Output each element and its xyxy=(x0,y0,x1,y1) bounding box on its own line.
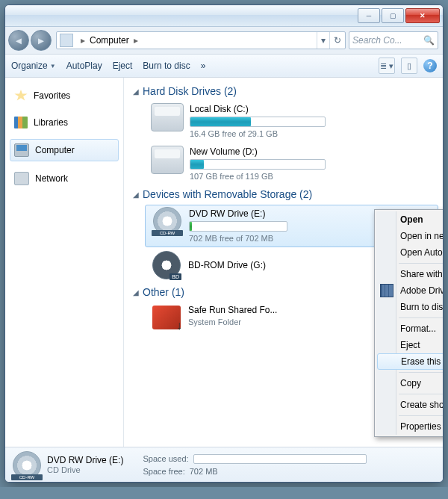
cm-properties[interactable]: Properties xyxy=(376,418,443,435)
cd-rw-icon xyxy=(153,207,181,235)
maximize-button[interactable]: ▢ xyxy=(382,8,404,23)
disclose-icon: ◢ xyxy=(133,87,139,96)
space-bar xyxy=(190,159,326,170)
overflow-menu[interactable]: » xyxy=(201,61,206,71)
cm-copy[interactable]: Copy xyxy=(376,375,443,391)
explorer-window: ─ ▢ ✕ ◄ ► ▸ Computer ▸ ▾ ↻ Search Co... … xyxy=(4,4,444,483)
section-removable[interactable]: ◢ Devices with Removable Storage (2) xyxy=(128,185,443,203)
address-bar[interactable]: ▸ Computer ▸ ▾ ↻ xyxy=(56,31,346,49)
breadcrumb-arrow-icon: ▸ xyxy=(76,35,90,46)
drive-name: New Volume (D:) xyxy=(190,146,437,157)
search-icon: 🔍 xyxy=(423,35,435,46)
cm-adobe-drive[interactable]: Adobe Drive CS4▶ xyxy=(376,282,443,299)
back-button[interactable]: ◄ xyxy=(8,30,29,51)
status-drive-name: DVD RW Drive (E:) xyxy=(47,455,123,465)
drive-row-c[interactable]: Local Disk (C:) 16.4 GB free of 29.1 GB xyxy=(128,100,443,143)
cm-eject[interactable]: Eject xyxy=(376,337,443,353)
cd-rw-icon xyxy=(13,451,41,480)
drive-name: Local Disk (C:) xyxy=(190,104,437,114)
content-pane: ◢ Hard Disk Drives (2) Local Disk (C:) 1… xyxy=(124,78,443,447)
cm-open-autoplay[interactable]: Open AutoPlay... xyxy=(376,244,443,261)
libraries-icon xyxy=(14,117,28,128)
search-input[interactable]: Search Co... 🔍 xyxy=(349,31,438,49)
space-used-bar xyxy=(193,454,367,464)
preview-pane-button[interactable]: ▯ xyxy=(401,58,417,74)
adobe-drive-icon xyxy=(380,284,393,297)
folder-icon xyxy=(152,306,181,329)
network-icon xyxy=(14,172,29,185)
computer-icon xyxy=(14,143,29,157)
disclose-icon: ◢ xyxy=(133,190,139,199)
refresh-button[interactable]: ↻ xyxy=(329,32,345,49)
view-options-button[interactable]: ≣ ▾ xyxy=(379,58,395,74)
drive-free-text: 16.4 GB free of 29.1 GB xyxy=(190,129,437,138)
organize-menu[interactable]: Organize▼ xyxy=(11,61,56,71)
section-hdd[interactable]: ◢ Hard Disk Drives (2) xyxy=(128,82,443,100)
sidebar: Favorites Libraries Computer Network xyxy=(5,78,124,447)
autoplay-button[interactable]: AutoPlay xyxy=(66,61,102,71)
sidebar-item-network[interactable]: Network xyxy=(5,167,123,190)
address-dropdown[interactable]: ▾ xyxy=(317,32,329,49)
cm-share-with[interactable]: Share with▶ xyxy=(376,266,443,282)
forward-button[interactable]: ► xyxy=(31,30,52,51)
toolbar: Organize▼ AutoPlay Eject Burn to disc » … xyxy=(5,55,443,78)
bd-rom-icon xyxy=(152,251,181,279)
navbar: ◄ ► ▸ Computer ▸ ▾ ↻ Search Co... 🔍 xyxy=(5,27,443,55)
cm-format[interactable]: Format... xyxy=(376,320,443,337)
space-bar xyxy=(190,117,326,127)
eject-button[interactable]: Eject xyxy=(113,61,133,71)
help-button[interactable]: ? xyxy=(423,59,437,72)
star-icon xyxy=(14,90,28,102)
breadcrumb-root[interactable]: Computer xyxy=(90,35,129,46)
computer-icon xyxy=(60,34,73,47)
status-drive-type: CD Drive xyxy=(47,465,123,474)
sidebar-item-favorites[interactable]: Favorites xyxy=(5,85,123,106)
drive-row-d[interactable]: New Volume (D:) 107 GB free of 119 GB xyxy=(128,143,443,185)
hdd-icon xyxy=(151,146,184,174)
burn-button[interactable]: Burn to disc xyxy=(143,61,190,71)
context-menu: Open Open in new window Open AutoPlay...… xyxy=(374,209,443,437)
close-button[interactable]: ✕ xyxy=(405,8,440,23)
titlebar[interactable]: ─ ▢ ✕ xyxy=(5,5,443,27)
body-area: Favorites Libraries Computer Network ◢ H… xyxy=(5,78,443,447)
space-bar xyxy=(189,221,287,232)
minimize-button[interactable]: ─ xyxy=(358,8,380,23)
sidebar-item-libraries[interactable]: Libraries xyxy=(5,112,123,133)
cm-create-shortcut[interactable]: Create shortcut xyxy=(376,397,443,413)
space-free-value: 702 MB xyxy=(190,467,218,476)
drive-free-text: 107 GB free of 119 GB xyxy=(190,172,437,181)
hdd-icon xyxy=(151,103,184,131)
breadcrumb-arrow-icon[interactable]: ▸ xyxy=(129,35,143,46)
space-free-label: Space free: xyxy=(143,467,184,476)
cm-burn-to-disc[interactable]: Burn to disc xyxy=(376,299,443,315)
space-used-label: Space used: xyxy=(143,454,188,463)
cm-erase-disc[interactable]: Erase this disc xyxy=(377,353,443,370)
sidebar-item-computer[interactable]: Computer xyxy=(10,139,119,161)
status-bar: DVD RW Drive (E:) CD Drive Space used: S… xyxy=(5,447,443,482)
cm-open-new-window[interactable]: Open in new window xyxy=(376,228,443,244)
cm-open[interactable]: Open xyxy=(376,211,443,228)
disclose-icon: ◢ xyxy=(133,288,139,297)
search-placeholder: Search Co... xyxy=(352,35,402,46)
